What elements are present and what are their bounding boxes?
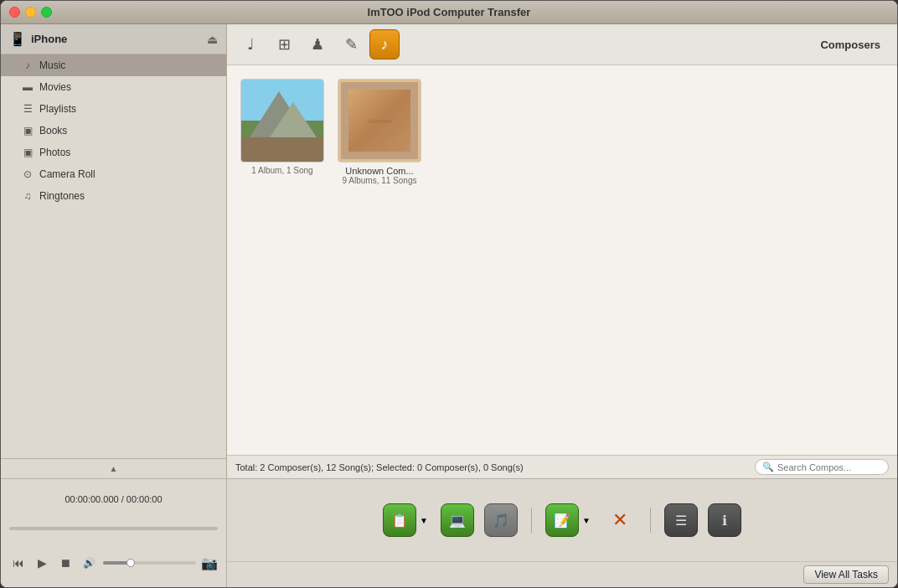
titlebar: ImTOO iPod Computer Transfer	[1, 1, 897, 24]
maximize-button[interactable]	[41, 7, 52, 18]
sidebar-item-ringtones[interactable]: ♫ Ringtones	[1, 185, 226, 207]
books-icon: ▣	[21, 124, 34, 137]
separator-2	[650, 508, 651, 533]
search-input[interactable]	[777, 462, 878, 472]
player-right: 📋 ▼ 💻 🎵	[227, 479, 897, 587]
composer-name-2: Unknown Com...	[345, 166, 413, 176]
tab-genres[interactable]: ✎	[336, 29, 366, 59]
phone-icon: 📱	[9, 31, 26, 47]
sidebar-bottom: ▲	[1, 458, 226, 478]
sidebar-item-books[interactable]: ▣ Books	[1, 120, 226, 142]
album-thumbnail: Unknown	[338, 80, 421, 162]
composer-item-2[interactable]: Unknown Unknown Com... 9 Albums, 11 Song…	[338, 79, 421, 185]
camera-roll-icon: ⊙	[21, 168, 34, 181]
sidebar-item-movies[interactable]: ▬ Movies	[1, 76, 226, 98]
sidebar-label-books: Books	[39, 125, 67, 137]
transfer-to-pc-button[interactable]: 💻	[441, 503, 474, 537]
stop-button[interactable]: ⏹	[56, 554, 75, 572]
composer-info-1: 1 Album, 1 Song	[251, 166, 312, 175]
app-window: ImTOO iPod Computer Transfer 📱 iPhone ⏏ …	[0, 0, 898, 588]
device-label: iPhone	[31, 33, 207, 45]
tab-songs[interactable]: ♩	[235, 29, 266, 59]
player-buttons: ⏮ ▶ ⏹ 🔊 📷	[9, 554, 218, 572]
composer-item-1[interactable]: 1 Album, 1 Song	[240, 79, 324, 185]
content-toolbar: ♩ ⊞ ♟ ✎ ♪ Composers	[227, 24, 897, 65]
composer-info-2: 9 Albums, 11 Songs	[343, 176, 417, 185]
add-to-device-button[interactable]: 📋	[383, 503, 416, 537]
delete-icon: ✕	[612, 509, 627, 531]
ringtones-icon: ♫	[21, 189, 34, 203]
photos-icon: ▣	[21, 146, 34, 159]
sidebar-item-playlists[interactable]: ☰ Playlists	[1, 98, 226, 120]
mountain-thumbnail	[241, 80, 323, 162]
view-all-tasks-button[interactable]: View All Tasks	[803, 565, 889, 584]
search-box[interactable]: 🔍	[755, 459, 889, 475]
player-bar: 00:00:00.000 / 00:00:00 ⏮ ▶ ⏹ 🔊 📷	[1, 478, 897, 587]
playlist-ops-icon: ☰	[675, 513, 687, 529]
add-device-icon: 📋	[391, 513, 408, 529]
window-title: ImTOO iPod Computer Transfer	[368, 6, 531, 18]
add-music-icon: 🎵	[493, 513, 509, 529]
add-playlist-group: 📝 ▼	[545, 503, 593, 537]
play-button[interactable]: ▶	[33, 554, 51, 572]
player-left: 00:00:00.000 / 00:00:00 ⏮ ▶ ⏹ 🔊 📷	[1, 479, 227, 587]
sidebar-label-playlists: Playlists	[39, 103, 76, 115]
player-time: 00:00:00.000 / 00:00:00	[9, 494, 218, 504]
composers-grid: 1 Album, 1 Song Unknown Unknown Com... 9…	[227, 65, 897, 455]
eject-icon[interactable]: ⏏	[207, 33, 218, 46]
window-controls	[9, 7, 52, 18]
sidebar-label-movies: Movies	[39, 81, 71, 93]
transfer-icon: 💻	[449, 513, 466, 529]
rewind-button[interactable]: ⏮	[9, 554, 28, 572]
separator-1	[531, 508, 532, 533]
volume-slider[interactable]	[103, 561, 196, 565]
volume-knob	[126, 559, 135, 567]
add-playlist-icon: 📝	[554, 513, 570, 529]
sidebar-nav: ♪ Music ▬ Movies ☰ Playlists ▣ Books ▣	[1, 54, 226, 458]
tab-albums[interactable]: ⊞	[269, 29, 299, 59]
composer-thumb-2: Unknown	[338, 79, 421, 162]
info-button[interactable]: ℹ	[708, 503, 741, 537]
add-device-group: 📋 ▼	[383, 503, 431, 537]
expand-button[interactable]: ▲	[110, 464, 118, 473]
add-device-dropdown[interactable]: ▼	[417, 503, 431, 537]
close-button[interactable]	[9, 7, 20, 18]
album-inner: Unknown	[348, 90, 410, 152]
tab-composers[interactable]: ♪	[369, 29, 400, 59]
sidebar: 📱 iPhone ⏏ ♪ Music ▬ Movies ☰ Playlists	[1, 24, 227, 478]
action-toolbar: 📋 ▼ 💻 🎵	[227, 479, 897, 561]
minimize-button[interactable]	[25, 7, 36, 18]
camera-button[interactable]: 📷	[201, 555, 218, 571]
main-layout: 📱 iPhone ⏏ ♪ Music ▬ Movies ☰ Playlists	[1, 24, 897, 478]
player-controls-area: 00:00:00.000 / 00:00:00 ⏮ ▶ ⏹ 🔊 📷	[1, 479, 897, 587]
composer-thumb-1	[240, 79, 324, 162]
status-bar: Total: 2 Composer(s), 12 Song(s); Select…	[227, 455, 897, 478]
view-all-bar: View All Tasks	[227, 561, 897, 587]
search-icon: 🔍	[762, 462, 774, 472]
add-playlist-dropdown[interactable]: ▼	[580, 503, 593, 537]
view-label: Composers	[403, 39, 889, 51]
sidebar-item-photos[interactable]: ▣ Photos	[1, 142, 226, 163]
music-icon: ♪	[21, 59, 34, 72]
status-text: Total: 2 Composer(s), 12 Song(s); Select…	[235, 462, 746, 472]
sidebar-item-camera-roll[interactable]: ⊙ Camera Roll	[1, 163, 226, 185]
sidebar-label-music: Music	[39, 59, 65, 71]
playlist-ops-button[interactable]: ☰	[664, 503, 698, 537]
sidebar-item-music[interactable]: ♪ Music	[1, 54, 226, 76]
sidebar-label-ringtones: Ringtones	[39, 190, 85, 202]
movies-icon: ▬	[21, 80, 34, 94]
content-area: ♩ ⊞ ♟ ✎ ♪ Composers 1 Album, 1 Song	[227, 24, 897, 478]
delete-button[interactable]: ✕	[603, 503, 637, 537]
info-icon: ℹ	[722, 513, 727, 529]
sidebar-label-camera-roll: Camera Roll	[39, 168, 95, 180]
playlists-icon: ☰	[21, 102, 34, 116]
player-progress[interactable]	[9, 527, 218, 530]
tab-artists[interactable]: ♟	[302, 29, 333, 59]
add-playlist-button[interactable]: 📝	[545, 503, 579, 537]
device-header[interactable]: 📱 iPhone ⏏	[1, 24, 226, 54]
add-music-button[interactable]: 🎵	[484, 503, 518, 537]
volume-icon: 🔊	[80, 554, 98, 572]
sidebar-label-photos: Photos	[39, 147, 70, 158]
